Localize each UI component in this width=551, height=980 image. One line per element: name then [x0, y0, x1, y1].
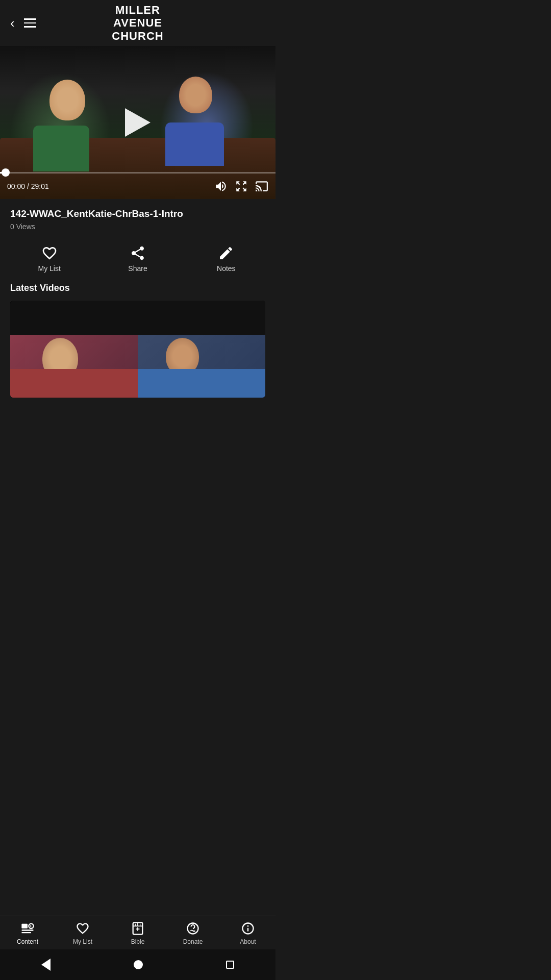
menu-button[interactable]	[24, 18, 36, 28]
header-left-controls: ‹	[10, 15, 36, 31]
share-label: Share	[128, 264, 147, 273]
action-buttons: My List Share Notes	[0, 245, 276, 273]
progress-handle[interactable]	[2, 168, 10, 177]
latest-person-right	[138, 335, 265, 398]
header: ‹ MILLER AVENUE CHURCH	[0, 0, 276, 46]
title-line3: CHURCH	[112, 30, 163, 42]
time-separator: /	[27, 182, 31, 190]
video-title: 142-WWAC_KentKatie-ChrBas-1-Intro	[10, 208, 265, 219]
title-line2: AVENUE	[113, 16, 162, 29]
latest-video-card[interactable]	[10, 301, 265, 398]
notes-button[interactable]: Notes	[182, 245, 270, 273]
current-time: 00:00	[7, 182, 25, 190]
person-right-body	[165, 122, 224, 166]
fullscreen-button[interactable]	[235, 180, 248, 193]
video-controls: 00:00 / 29:01	[0, 180, 276, 193]
person-left-body	[33, 126, 89, 172]
play-button[interactable]	[120, 105, 156, 140]
latest-bottom-split	[10, 335, 265, 398]
video-progress-bar[interactable]	[0, 172, 276, 174]
video-views: 0 Views	[10, 223, 265, 231]
back-button[interactable]: ‹	[10, 15, 15, 31]
share-icon	[130, 245, 146, 261]
latest-video-thumbnail	[10, 301, 265, 398]
notes-icon	[218, 245, 234, 261]
latest-top-bar	[10, 301, 265, 335]
person-left-head	[49, 80, 85, 120]
video-player[interactable]: 00:00 / 29:01	[0, 46, 276, 199]
latest-videos-header: Latest Videos	[0, 283, 276, 293]
time-display: 00:00 / 29:01	[7, 182, 49, 190]
latest-person-left	[10, 335, 138, 398]
person-right-head	[179, 77, 212, 113]
video-info: 142-WWAC_KentKatie-ChrBas-1-Intro 0 View…	[0, 199, 276, 245]
controls-right	[214, 180, 268, 193]
heart-icon	[41, 245, 58, 261]
title-line1: MILLER	[115, 4, 160, 16]
app-title: MILLER AVENUE CHURCH	[10, 4, 265, 42]
cast-button[interactable]	[255, 180, 268, 193]
volume-button[interactable]	[214, 180, 228, 193]
play-triangle-icon	[125, 108, 151, 137]
my-list-button[interactable]: My List	[5, 245, 93, 273]
progress-fill	[0, 172, 6, 174]
notes-label: Notes	[217, 264, 236, 273]
share-button[interactable]: Share	[93, 245, 182, 273]
total-time: 29:01	[31, 182, 49, 190]
my-list-label: My List	[38, 264, 60, 273]
